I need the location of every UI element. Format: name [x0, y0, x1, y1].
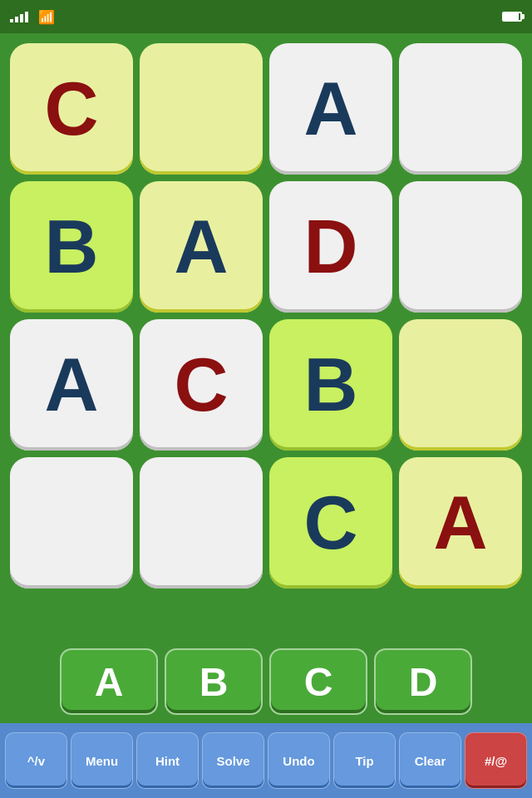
- battery-icon: [502, 12, 522, 22]
- game-area: CABADACBCA: [0, 33, 532, 640]
- grid-row-0: CA: [10, 43, 522, 175]
- status-bar: 📶: [0, 0, 532, 33]
- menu-btn[interactable]: Menu: [71, 732, 133, 789]
- cell-0-2[interactable]: A: [269, 43, 392, 175]
- cell-1-1[interactable]: A: [140, 181, 263, 313]
- cell-1-3: [399, 181, 522, 313]
- grid-row-1: BAD: [10, 181, 522, 313]
- status-right: [502, 12, 522, 22]
- status-left: 📶: [10, 9, 55, 25]
- action-buttons-row: ^/vMenuHintSolveUndoTipClear#/@: [0, 723, 532, 798]
- cell-letter-3-3: A: [434, 480, 488, 566]
- cell-0-0[interactable]: C: [10, 43, 133, 175]
- clear-btn[interactable]: Clear: [399, 732, 461, 789]
- letter-button-a[interactable]: A: [60, 648, 158, 715]
- cell-0-3: [399, 43, 522, 175]
- cell-letter-2-0: A: [45, 342, 99, 428]
- cell-2-0[interactable]: A: [10, 319, 133, 451]
- cell-2-1[interactable]: C: [140, 319, 263, 451]
- letter-button-b[interactable]: B: [165, 648, 263, 715]
- sort-btn[interactable]: ^/v: [5, 732, 67, 789]
- cell-1-0[interactable]: B: [10, 181, 133, 313]
- cell-3-1: [140, 457, 263, 589]
- letter-button-d[interactable]: D: [374, 648, 472, 715]
- letter-button-c[interactable]: C: [269, 648, 367, 715]
- grid-row-2: ACB: [10, 319, 522, 451]
- solve-btn[interactable]: Solve: [202, 732, 264, 789]
- hint-btn[interactable]: Hint: [136, 732, 199, 789]
- cell-letter-1-2: D: [304, 204, 358, 290]
- cell-letter-2-2: B: [304, 342, 358, 428]
- signal-icon: [10, 12, 28, 22]
- cell-letter-1-1: A: [175, 204, 229, 290]
- cell-3-3[interactable]: A: [399, 457, 522, 589]
- special-btn[interactable]: #/@: [465, 732, 527, 789]
- cell-letter-1-0: B: [45, 204, 99, 290]
- cell-1-2[interactable]: D: [269, 181, 392, 313]
- letter-buttons-row: ABCD: [0, 640, 532, 723]
- cell-3-2[interactable]: C: [269, 457, 392, 589]
- cell-2-3: [399, 319, 522, 451]
- undo-btn[interactable]: Undo: [268, 732, 330, 789]
- cell-letter-3-2: C: [304, 480, 358, 566]
- cell-letter-2-1: C: [175, 342, 229, 428]
- tip-btn[interactable]: Tip: [333, 732, 396, 789]
- cell-0-1: [140, 43, 263, 175]
- cell-2-2[interactable]: B: [269, 319, 392, 451]
- wifi-icon: 📶: [38, 9, 55, 25]
- cell-letter-0-0: C: [45, 66, 99, 152]
- cell-3-0: [10, 457, 133, 589]
- cell-letter-0-2: A: [304, 66, 358, 152]
- grid-row-3: CA: [10, 457, 522, 589]
